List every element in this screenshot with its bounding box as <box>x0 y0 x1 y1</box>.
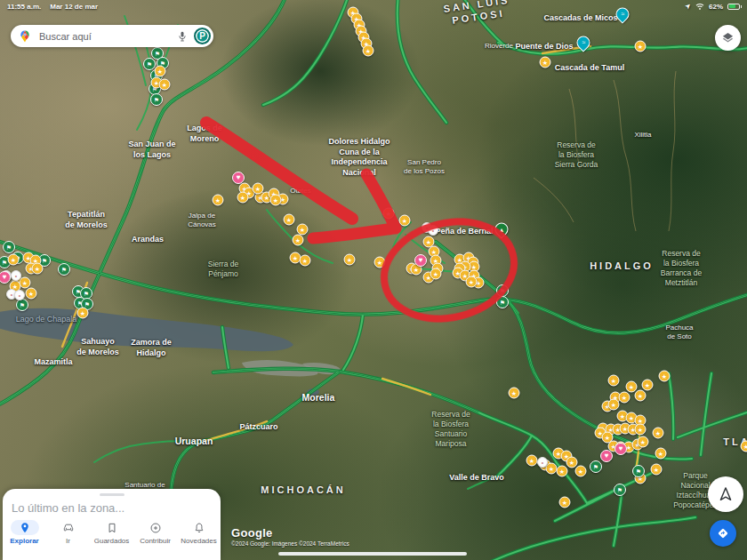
map-pin-ys[interactable]: ★ <box>741 441 747 452</box>
map-pin-ys[interactable]: ★ <box>509 388 520 399</box>
map-pin-ys[interactable]: ★ <box>213 195 224 206</box>
map-pin-ys[interactable]: ★ <box>26 288 37 300</box>
status-bar: 11:55 a.m. Mar 12 de mar ➤ 62% <box>0 0 747 12</box>
map-pin-gf[interactable]: ⚑ <box>58 263 70 276</box>
map-pin-ys[interactable]: ★ <box>430 268 442 280</box>
tab-explorar[interactable]: Explorar <box>3 520 46 545</box>
map-pin-wp[interactable]: • <box>537 457 548 468</box>
map-pin-ys[interactable]: ★ <box>77 308 89 319</box>
tab-guardados[interactable]: Guardados <box>90 520 133 545</box>
tab-ir[interactable]: Ir <box>46 520 90 545</box>
map-pin-ys[interactable]: ★ <box>659 371 671 382</box>
battery-icon <box>727 4 740 10</box>
tab-novedades[interactable]: Novedades <box>177 520 221 545</box>
map-pin-ys[interactable]: ★ <box>635 390 647 402</box>
map-pin-ys[interactable]: ★ <box>559 497 571 508</box>
map-pin-ys[interactable]: ★ <box>293 235 304 246</box>
map-pin-gf[interactable]: ⚑ <box>496 284 509 297</box>
map-pin-gf[interactable]: ⚑ <box>614 484 626 496</box>
location-arrow-icon: ➤ <box>684 2 693 11</box>
directions-diamond-icon <box>716 526 730 540</box>
map-pin-ph[interactable]: ♥ <box>0 271 11 284</box>
map-pin-icon <box>11 520 39 535</box>
home-indicator[interactable] <box>278 552 467 556</box>
map-pin-ys[interactable]: ★ <box>466 276 478 288</box>
map-pin-ys[interactable]: ★ <box>540 57 551 68</box>
map-pin-gf[interactable]: ⚑ <box>16 299 28 311</box>
map-pin-ys[interactable]: ★ <box>635 424 647 436</box>
directions-fab[interactable] <box>710 520 736 547</box>
google-maps-pin-icon <box>19 30 31 43</box>
layers-icon <box>721 31 735 44</box>
date: Mar 12 de mar <box>50 3 98 11</box>
map-pin-ph[interactable]: ♥ <box>614 443 627 455</box>
map-pin-ys[interactable]: ★ <box>363 45 374 57</box>
plus-circle-icon <box>141 520 170 535</box>
map-pin-ys[interactable]: ★ <box>526 455 538 467</box>
clock: 11:55 a.m. <box>7 3 41 11</box>
map-pin-ys[interactable]: ★ <box>651 464 663 476</box>
map-pin-ys[interactable]: ★ <box>608 375 620 387</box>
map-pin-ys[interactable]: ★ <box>642 380 654 391</box>
bookmark-icon <box>98 520 126 535</box>
layers-button[interactable] <box>715 25 741 51</box>
map-pin-ph[interactable]: ♥ <box>414 254 427 267</box>
map-pin-ys[interactable]: ★ <box>655 448 667 460</box>
map-pin-gf[interactable]: ⚑ <box>3 241 15 253</box>
map-pin-gf[interactable]: ⚑ <box>590 460 602 473</box>
map-pin-gf[interactable]: ⚑ <box>496 296 509 308</box>
map-pin-ys[interactable]: ★ <box>155 66 166 77</box>
map-pin-ys[interactable]: ★ <box>374 257 386 268</box>
map-pin-ys[interactable]: ★ <box>638 436 649 448</box>
map-pin-wp[interactable]: • <box>14 290 25 300</box>
bell-icon <box>185 520 213 535</box>
map-pin-ys[interactable]: ★ <box>344 254 356 266</box>
map-pin-wp[interactable]: • <box>428 225 438 236</box>
map-pin-ys[interactable]: ★ <box>557 466 568 477</box>
map-pin-ys[interactable]: ★ <box>159 79 171 91</box>
account-avatar[interactable]: P <box>194 28 211 44</box>
map-pin-tw[interactable]: ≈ <box>574 33 592 52</box>
map-pin-ys[interactable]: ★ <box>653 428 664 439</box>
wifi-icon <box>695 3 704 10</box>
map-pin-ys[interactable]: ★ <box>284 214 295 226</box>
tab-contribuir[interactable]: Contribuir <box>133 520 177 545</box>
bottom-sheet[interactable]: Lo último en la zona... Explorar Ir Guar… <box>3 489 221 560</box>
search-bar[interactable]: P <box>11 25 213 47</box>
map-pins-layer: ≈≈★★★★★★★★★⚑⚑⚑⚑⚑⚑★★★♥★★★★★★★★★★★★★★★★★★★… <box>0 0 747 560</box>
map-pin-ys[interactable]: ★ <box>399 215 411 227</box>
map-pin-ys[interactable]: ★ <box>575 466 587 477</box>
map-pin-ys[interactable]: ★ <box>300 255 311 267</box>
drag-handle[interactable] <box>100 493 124 496</box>
map-pin-ys[interactable]: ★ <box>608 399 620 411</box>
map-pin-ys[interactable]: ★ <box>270 195 282 206</box>
map-pin-gf[interactable]: ⚑ <box>632 465 645 477</box>
map-pin-gf[interactable]: ⚑ <box>150 93 163 106</box>
bottom-navigation: Explorar Ir Guardados Contribuir <box>3 520 221 545</box>
map-pin-ph[interactable]: ♥ <box>600 450 613 462</box>
navigation-arrow-icon <box>718 486 734 502</box>
map-pin-ys[interactable]: ★ <box>619 392 631 404</box>
map-pin-ys[interactable]: ★ <box>237 192 249 204</box>
map-pin-ys[interactable]: ★ <box>383 208 395 220</box>
zone-latest-prompt: Lo último en la zona... <box>3 501 221 520</box>
my-location-button[interactable] <box>708 476 743 512</box>
search-input[interactable] <box>37 30 171 43</box>
map-pin-wp[interactable]: • <box>11 270 21 281</box>
map-pin-ys[interactable]: ★ <box>635 41 647 52</box>
map-pin-ys[interactable]: ★ <box>32 263 44 275</box>
map-pin-gm[interactable]: ▲ <box>492 220 510 238</box>
car-icon <box>54 520 83 535</box>
microphone-icon[interactable] <box>176 30 189 43</box>
battery-percent: 62% <box>709 3 723 11</box>
map-pin-ys[interactable]: ★ <box>8 254 20 266</box>
google-maps-app: SAN LUIS POTOSICascadas de MicosPuente d… <box>0 0 747 560</box>
